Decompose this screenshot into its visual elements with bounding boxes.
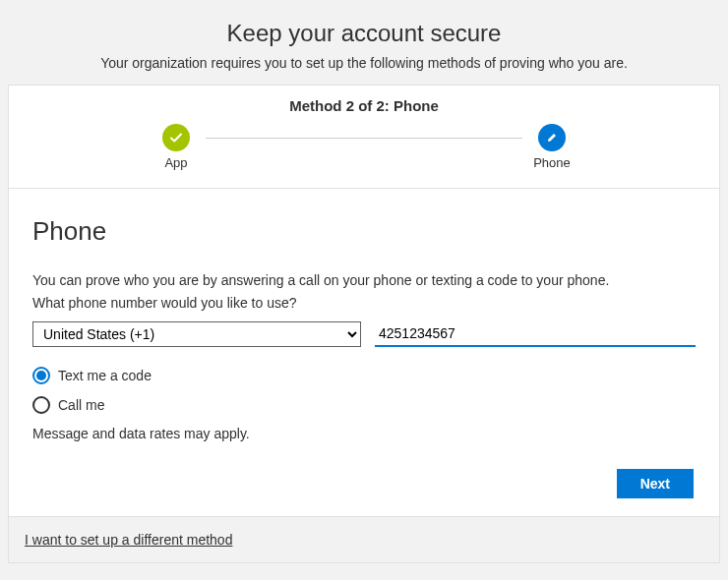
step-phone-label: Phone [533,155,571,170]
next-button[interactable]: Next [617,469,694,498]
phone-number-input[interactable] [375,321,696,347]
checkmark-icon [162,124,190,151]
progress-section: Method 2 of 2: Phone App Phone [9,86,719,189]
phone-input-row: United States (+1) [32,321,696,347]
page-subtitle: Your organization requires you to set up… [8,55,720,71]
radio-icon [32,396,50,414]
different-method-link[interactable]: I want to set up a different method [25,532,232,548]
radio-call-me[interactable]: Call me [32,396,696,414]
progress-label: Method 2 of 2: Phone [29,97,699,114]
radio-text-me[interactable]: Text me a code [32,367,696,384]
radio-call-label: Call me [58,397,104,413]
step-phone: Phone [522,124,581,170]
page-title: Keep your account secure [8,8,720,55]
step-connector [206,138,522,139]
form-heading: Phone [32,216,696,247]
form-description-2: What phone number would you like to use? [32,293,696,314]
button-row: Next [32,469,696,498]
radio-text-label: Text me a code [58,368,152,383]
progress-steps: App Phone [29,124,699,170]
step-app: App [147,124,206,170]
step-app-label: App [164,155,187,170]
setup-card: Method 2 of 2: Phone App Phone Pho [8,85,720,563]
footer-area: I want to set up a different method [9,516,719,562]
form-description-1: You can prove who you are by answering a… [32,270,696,291]
radio-icon [32,367,50,384]
phone-form-section: Phone You can prove who you are by answe… [9,189,719,516]
country-code-select[interactable]: United States (+1) [32,321,361,347]
pencil-icon [538,124,566,151]
rates-notice: Message and data rates may apply. [32,426,696,441]
